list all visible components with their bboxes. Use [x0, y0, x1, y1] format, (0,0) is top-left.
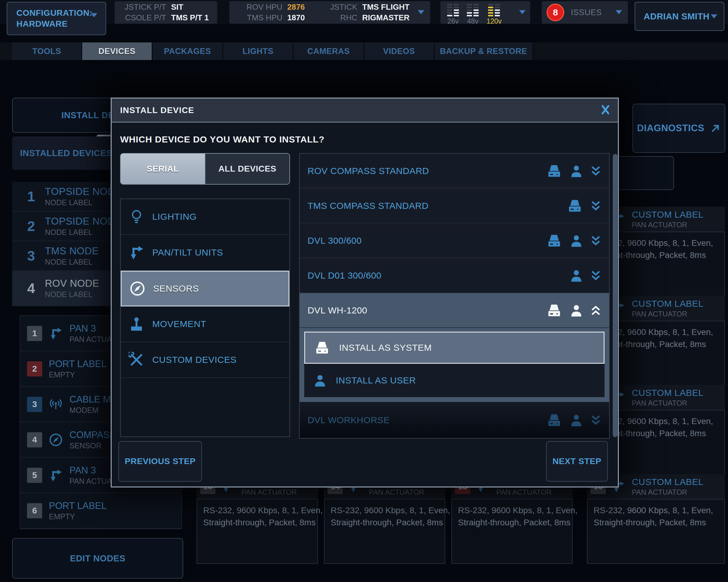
main-tab-bar: TOOLS DEVICES PACKAGES LIGHTS CAMERAS VI… [0, 43, 728, 60]
chevron-down-icon [417, 10, 425, 15]
card-subtitle: PAN ACTUATOR [241, 488, 313, 497]
port-row-6[interactable]: 6 PORT LABEL EMPTY [20, 493, 181, 529]
rhc-value: RIGMASTER [362, 13, 410, 22]
user-icon [313, 373, 327, 388]
category-list: LIGHTING PAN/TILT UNITS SENSORS MOVEMENT… [120, 198, 290, 437]
system-device-icon [546, 303, 563, 317]
port-title: PORT LABEL [49, 359, 106, 369]
node-sublabel: NODE LABEL [45, 228, 122, 237]
chevron-double-up-icon[interactable] [590, 304, 601, 316]
toggle-serial[interactable]: SERIAL [121, 154, 205, 184]
node-number: 2 [23, 218, 40, 234]
pan-tilt-icon [129, 245, 145, 260]
close-icon[interactable] [601, 104, 610, 115]
rov-hpu-value: 2876 [287, 2, 305, 12]
voltage-meter-48v: 48v [467, 4, 479, 25]
port-number-chip: 5 [27, 468, 42, 483]
voltage-dropdown[interactable]: 26v 48v 120v [440, 1, 530, 24]
port-sublabel: SENSOR [70, 441, 116, 450]
modal-title: INSTALL DEVICE [120, 106, 194, 115]
tms-hpu-label: TMS HPU [229, 13, 282, 22]
device-row-dvl-d01-300-600[interactable]: DVL D01 300/600 [300, 258, 609, 293]
card-subtitle: PAN ACTUATOR [632, 310, 703, 318]
install-as-system-option[interactable]: INSTALL AS SYSTEM [304, 332, 604, 364]
rhc-label: RHC [330, 13, 357, 22]
tab-packages[interactable]: PACKAGES [153, 43, 223, 60]
device-row-dvl-workhorse[interactable]: DVL WORKHORSE [300, 402, 609, 438]
port-title: COMPASS [70, 429, 116, 440]
device-list: ROV COMPASS STANDARD TMS COMPASS STANDAR… [299, 153, 610, 439]
device-name: DVL 300/600 [308, 235, 362, 246]
category-pan-tilt-units[interactable]: PAN/TILT UNITS [121, 235, 289, 271]
device-row-dvl-wh-1200-expanded[interactable]: DVL WH-1200 [300, 293, 609, 328]
modem-icon [49, 397, 63, 411]
edit-nodes-button[interactable]: EDIT NODES [12, 538, 183, 579]
install-as-user-label: INSTALL AS USER [336, 375, 416, 386]
jstick-label: JSTICK [330, 2, 357, 12]
user-icon [570, 233, 583, 248]
category-sensors-selected[interactable]: SENSORS [121, 271, 289, 306]
modal-header: INSTALL DEVICE [112, 99, 618, 122]
voltage-label-48v: 48v [467, 17, 478, 25]
category-movement[interactable]: MOVEMENT [121, 306, 289, 342]
category-lighting[interactable]: LIGHTING [121, 199, 289, 235]
device-card-14[interactable]: 14 CUSTOM LABEL PAN ACTUATOR RS-232, 960… [324, 474, 445, 564]
card-detail-line2: Straight-through, Packet, 8ms [331, 517, 439, 529]
install-options-panel: INSTALL AS SYSTEM INSTALL AS USER [300, 328, 609, 402]
jstick-pt-value: SIT [171, 2, 183, 12]
card-detail-line2: Straight-through, Packet, 8ms [458, 517, 566, 529]
device-card-16[interactable]: 16 CUSTOM LABEL PAN ACTUATOR RS-232, 960… [587, 474, 725, 564]
port-sublabel: EMPTY [49, 370, 106, 379]
compass-icon [49, 433, 63, 447]
card-subtitle: PAN ACTUATOR [496, 488, 568, 497]
tab-videos[interactable]: VIDEOS [364, 43, 435, 60]
category-label: MOVEMENT [152, 319, 206, 329]
device-card-13[interactable]: 13 CUSTOM LABEL PAN ACTUATOR RS-232, 960… [197, 474, 318, 564]
device-row-tms-compass-standard[interactable]: TMS COMPASS STANDARD [300, 189, 609, 223]
tab-lights[interactable]: LIGHTS [223, 43, 294, 60]
configuration-dropdown[interactable]: CONFIGURATION: HARDWARE [7, 2, 106, 35]
voltage-meter-26v: 26v [447, 4, 459, 25]
tab-tools[interactable]: TOOLS [12, 43, 82, 60]
flight-mode-dropdown[interactable]: JSTICKTMS FLIGHT RHCRIGMASTER [330, 1, 430, 24]
category-label: LIGHTING [152, 212, 197, 222]
chevron-double-down-icon[interactable] [590, 270, 601, 282]
device-card-15[interactable]: 15 CUSTOM LABEL PAN ACTUATOR RS-232, 960… [451, 474, 573, 564]
chevron-double-down-icon[interactable] [590, 200, 601, 212]
install-as-system-label: INSTALL AS SYSTEM [339, 342, 432, 353]
chevron-double-down-icon[interactable] [590, 414, 601, 426]
node-title: TOPSIDE NODE [45, 186, 122, 197]
next-step-button[interactable]: NEXT STEP [546, 441, 608, 482]
voltage-label-26v: 26v [447, 17, 459, 25]
category-custom-devices[interactable]: CUSTOM DEVICES [121, 342, 289, 378]
install-as-user-option[interactable]: INSTALL AS USER [304, 364, 604, 397]
chevron-double-down-icon[interactable] [590, 234, 601, 247]
voltage-meter-120v: 120v [487, 4, 502, 25]
device-name: TMS COMPASS STANDARD [308, 201, 428, 211]
device-row-dvl-300-600[interactable]: DVL 300/600 [300, 223, 609, 258]
jstick-value: TMS FLIGHT [362, 2, 410, 12]
user-menu-dropdown[interactable]: ADRIAN SMITH [634, 2, 724, 31]
device-row-rov-compass-standard[interactable]: ROV COMPASS STANDARD [300, 154, 609, 189]
tab-devices[interactable]: DEVICES [82, 43, 153, 60]
node-title: TOPSIDE NODE [45, 216, 122, 227]
port-title: PORT LABEL [49, 500, 106, 511]
device-list-scrollbar[interactable] [613, 154, 618, 437]
card-title: CUSTOM LABEL [632, 299, 703, 309]
chevron-double-down-icon[interactable] [590, 165, 601, 177]
issues-dropdown[interactable]: 8 ISSUES [542, 1, 628, 24]
device-name: DVL D01 300/600 [308, 270, 381, 281]
lightbulb-icon [129, 209, 145, 225]
tab-cameras[interactable]: CAMERAS [294, 43, 364, 60]
card-title: CUSTOM LABEL [632, 210, 703, 220]
system-device-icon [546, 234, 563, 248]
card-subtitle: PAN ACTUATOR [632, 399, 703, 408]
diagnostics-button[interactable]: DIAGNOSTICS [632, 104, 725, 153]
tab-backup-restore[interactable]: BACKUP & RESTORE [435, 43, 533, 60]
node-sublabel: NODE LABEL [45, 258, 99, 267]
toggle-all-devices[interactable]: ALL DEVICES [205, 154, 289, 184]
pan-tilt-icon [49, 468, 63, 482]
arrow-up-right-icon [710, 123, 721, 133]
card-detail-line2: Straight-through, Packet, 8ms [203, 517, 311, 529]
previous-step-button[interactable]: PREVIOUS STEP [118, 441, 202, 482]
